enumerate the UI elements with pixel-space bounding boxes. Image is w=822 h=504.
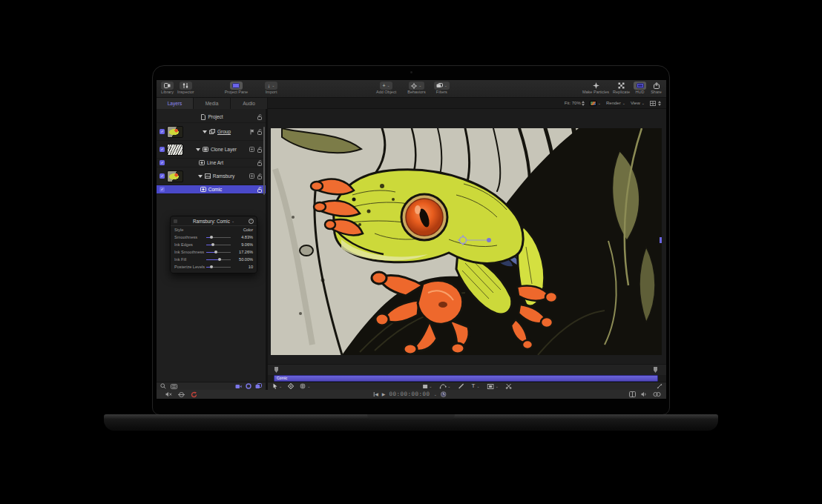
anchor-point-tool[interactable] [288,383,294,389]
lock-icon[interactable] [257,114,263,120]
record-animation-icon[interactable] [191,391,197,398]
list-options-icon[interactable] [171,384,177,389]
disclosure-triangle-icon[interactable] [198,175,203,178]
object-toggle-group [235,383,262,389]
layer-checkbox[interactable]: ✓ [160,187,165,192]
hud-param-value[interactable]: 4.83% [233,235,253,239]
behaviors-button[interactable]: ⌄ Behaviors [407,82,425,95]
toggle-cameras-icon[interactable] [235,384,242,389]
layer-checkbox[interactable]: ✓ [160,160,165,165]
hud-info-icon[interactable]: i [249,219,254,224]
zoom-level-value: Fit: 70% [565,101,581,105]
inspector-button[interactable]: Inspector [177,82,194,95]
select-tool[interactable]: ⌄ [273,383,282,389]
layer-row-line-art[interactable]: ✓ Line Art [157,159,266,168]
text-tool[interactable]: T ⌄ [472,383,480,389]
ink-smoothness-slider[interactable] [206,248,231,256]
layer-checkbox[interactable]: ✓ [160,129,165,134]
layer-name: Line Art [207,160,223,165]
hud-param-label: Posterize Levels [174,265,204,269]
layout-control[interactable] [650,101,661,106]
previous-frame-button[interactable]: ◀ [373,392,378,397]
add-object-button[interactable]: + ⌄ Add Object [376,82,396,95]
layer-row-project[interactable]: Project [157,111,266,123]
zoom-level-control[interactable]: Fit: 70% [565,101,585,106]
disclosure-triangle-icon[interactable] [196,148,200,151]
hud-style-value[interactable]: Color [233,228,253,232]
layer-row-ramsbury[interactable]: ✓ Ramsbury [157,168,266,185]
zoom-stepper-icon[interactable] [582,101,585,106]
lock-icon[interactable] [257,187,263,193]
play-range-start-marker[interactable] [274,367,278,373]
import-button[interactable]: ↓ ⌄ Import [265,82,277,95]
hud-row-style: Style Color [171,226,257,233]
resize-diagonal-icon[interactable] [657,383,662,389]
timecode-display[interactable]: 00:00:00:00 [389,391,430,397]
hud-button[interactable]: HUD [634,82,646,95]
show-audio-timeline-icon[interactable] [641,391,648,397]
laptop-lid-notch [367,414,455,421]
timing-clock-icon[interactable] [441,391,447,397]
project-pane-button[interactable]: Project Pane [225,82,249,95]
ink-edges-slider[interactable] [206,241,231,248]
hud-param-value[interactable]: 50.00% [233,257,253,262]
hud-param-value[interactable]: 10 [233,265,253,269]
bezier-tool[interactable]: ⌄ [439,383,450,389]
timeline-clip-comic[interactable]: Comic [274,375,658,382]
mute-audio-icon[interactable] [165,391,172,397]
view-menu[interactable]: View ⌄ [631,101,645,105]
lock-icon[interactable] [257,129,263,135]
timecode-chevron-icon[interactable]: ⌄ [434,393,437,397]
lock-icon[interactable] [257,160,263,166]
posterize-levels-slider[interactable] [206,263,231,271]
filters-button[interactable]: ⌄ Filters [434,82,450,95]
loop-playback-icon[interactable] [653,391,661,397]
smoothness-slider[interactable] [206,233,231,241]
prev-frame-icon: ◀ [373,392,378,397]
make-particles-button[interactable]: Make Particles [582,82,609,95]
search-icon[interactable] [160,383,166,389]
layer-name: Comic [208,187,222,192]
play-button[interactable]: ▶ [382,392,386,397]
tab-layers[interactable]: Layers [157,98,194,109]
layer-name: Clone Layer [211,147,237,152]
lock-icon[interactable] [257,147,263,153]
layer-row-group[interactable]: ✓ Group [157,123,266,141]
cursor-arrow-icon [273,383,277,389]
hud-param-value[interactable]: 17.26% [233,250,253,254]
mask-tool[interactable]: ⌄ [487,384,499,389]
timeline-ruler[interactable] [268,364,666,375]
rectangle-tool[interactable]: ⌄ [422,384,432,389]
toggle-behaviors-icon[interactable] [246,383,251,389]
lock-icon[interactable] [257,173,263,179]
tab-audio[interactable]: Audio [231,98,268,109]
tab-media[interactable]: Media [194,98,231,109]
flag-icon[interactable] [250,129,254,135]
layer-checkbox[interactable]: ✓ [160,173,165,179]
hud-panel[interactable]: Ramsbury: Comic ⌄ i Style Color Smoothne… [170,216,257,273]
hud-param-value[interactable]: 9.06% [233,242,253,247]
ink-fill-slider[interactable] [206,256,231,263]
render-menu[interactable]: Render ⌄ [606,101,625,105]
paint-stroke-tool[interactable] [458,383,464,389]
replicate-button[interactable]: Replicate [613,82,630,95]
canvas-status-bar: Fit: 70% ⌄ Render ⌄ View ⌄ [268,98,666,109]
hud-title-bar[interactable]: Ramsbury: Comic ⌄ i [171,216,257,226]
replicate-icon [615,82,628,90]
layer-row-clone-layer[interactable]: ✓ Clone Layer [157,141,266,159]
hud-popup-icon[interactable] [174,219,177,223]
channels-control[interactable]: ⌄ [590,101,601,106]
slice-tool[interactable] [506,383,512,389]
layer-checkbox[interactable]: ✓ [160,147,165,152]
play-range-end-marker[interactable] [654,367,657,373]
share-button[interactable]: Share [650,82,662,95]
motion-path-icon[interactable] [178,391,185,398]
pan-zoom-tool[interactable]: ⌄ [300,383,310,389]
layer-row-comic-selected[interactable]: ✓ Comic [157,185,266,194]
library-button[interactable]: Library [161,82,174,95]
canvas-viewport[interactable] [271,128,662,355]
disclosure-triangle-icon[interactable] [203,130,207,133]
show-video-timeline-icon[interactable] [629,391,636,397]
layers-scrollbar[interactable] [263,127,265,195]
toggle-filters-icon[interactable] [255,383,262,389]
